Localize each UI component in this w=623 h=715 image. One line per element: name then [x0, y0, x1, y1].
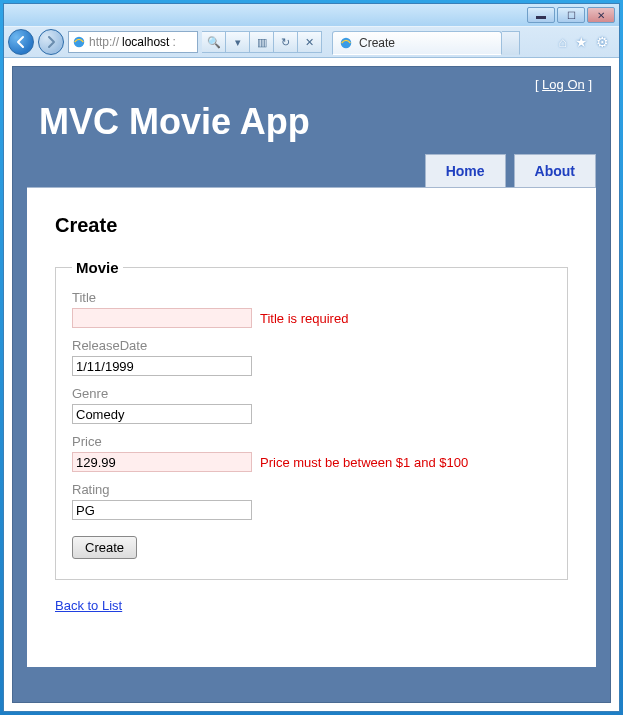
fieldset-legend: Movie: [72, 259, 123, 276]
url-host: localhost: [122, 35, 169, 49]
window-maximize-button[interactable]: ☐: [557, 7, 585, 23]
favorites-icon[interactable]: ★: [575, 34, 588, 50]
arrow-right-icon: [44, 35, 58, 49]
create-button[interactable]: Create: [72, 536, 137, 559]
chevron-down-icon: ▾: [235, 36, 241, 49]
browser-viewport: [ Log On ] MVC Movie App Home About Crea…: [4, 58, 619, 711]
site-title: MVC Movie App: [39, 77, 590, 143]
back-to-list-link[interactable]: Back to List: [55, 598, 122, 613]
logon-link[interactable]: Log On: [542, 77, 585, 92]
field-genre: Genre: [72, 386, 551, 424]
browser-right-icons: ⌂ ★ ⚙: [553, 34, 615, 50]
url-prefix: http://: [89, 35, 119, 49]
input-price[interactable]: [72, 452, 252, 472]
input-title[interactable]: [72, 308, 252, 328]
page-heading: Create: [55, 214, 568, 237]
nav-back-button[interactable]: [8, 29, 34, 55]
arrow-left-icon: [14, 35, 28, 49]
login-section: [ Log On ]: [535, 77, 592, 92]
nav-about[interactable]: About: [514, 154, 596, 188]
address-bar[interactable]: http://localhost:: [68, 31, 198, 53]
field-title: Title Title is required: [72, 290, 551, 328]
ie-icon: [72, 35, 86, 49]
app-page: [ Log On ] MVC Movie App Home About Crea…: [12, 66, 611, 703]
error-title: Title is required: [260, 311, 348, 326]
browser-window: ▬ ☐ ✕ http://localhost: 🔍 ▾ ▥ ↻ ✕ Create: [3, 3, 620, 712]
window-titlebar: ▬ ☐ ✕: [4, 4, 619, 26]
window-minimize-button[interactable]: ▬: [527, 7, 555, 23]
tab-strip: Create: [332, 29, 549, 55]
tab-active[interactable]: Create: [332, 31, 502, 55]
refresh-button[interactable]: ↻: [274, 31, 298, 53]
bracket-right: ]: [585, 77, 592, 92]
input-releasedate[interactable]: [72, 356, 252, 376]
error-price: Price must be between $1 and $100: [260, 455, 468, 470]
address-bar-tools: 🔍 ▾ ▥ ↻ ✕: [202, 31, 322, 53]
input-rating[interactable]: [72, 500, 252, 520]
new-tab-button[interactable]: [502, 31, 520, 55]
input-genre[interactable]: [72, 404, 252, 424]
page-break-icon: ▥: [257, 36, 267, 49]
window-close-button[interactable]: ✕: [587, 7, 615, 23]
address-dropdown-button[interactable]: ▾: [226, 31, 250, 53]
tab-title: Create: [359, 36, 395, 50]
label-price: Price: [72, 434, 551, 449]
movie-fieldset: Movie Title Title is required ReleaseDat…: [55, 259, 568, 580]
search-icon: 🔍: [207, 36, 221, 49]
label-releasedate: ReleaseDate: [72, 338, 551, 353]
label-rating: Rating: [72, 482, 551, 497]
nav-forward-button[interactable]: [38, 29, 64, 55]
field-rating: Rating: [72, 482, 551, 520]
label-genre: Genre: [72, 386, 551, 401]
label-title: Title: [72, 290, 551, 305]
refresh-icon: ↻: [281, 36, 290, 49]
field-releasedate: ReleaseDate: [72, 338, 551, 376]
close-icon: ✕: [597, 10, 605, 21]
app-nav: Home About: [425, 154, 596, 188]
tools-icon[interactable]: ⚙: [596, 34, 609, 50]
home-icon[interactable]: ⌂: [559, 34, 567, 50]
app-header: [ Log On ] MVC Movie App Home About: [13, 67, 610, 187]
stop-x-icon: ✕: [305, 36, 314, 49]
compat-view-button[interactable]: ▥: [250, 31, 274, 53]
nav-home[interactable]: Home: [425, 154, 506, 188]
search-dropdown-button[interactable]: 🔍: [202, 31, 226, 53]
field-price: Price Price must be between $1 and $100: [72, 434, 551, 472]
main-content: Create Movie Title Title is required Rel…: [27, 187, 596, 667]
submit-row: Create: [72, 536, 551, 559]
ie-icon: [339, 36, 353, 50]
browser-toolbar: http://localhost: 🔍 ▾ ▥ ↻ ✕ Create ⌂ ★ ⚙: [4, 26, 619, 58]
stop-button[interactable]: ✕: [298, 31, 322, 53]
url-suffix: :: [172, 35, 175, 49]
minimize-icon: ▬: [536, 10, 546, 21]
maximize-icon: ☐: [567, 10, 576, 21]
